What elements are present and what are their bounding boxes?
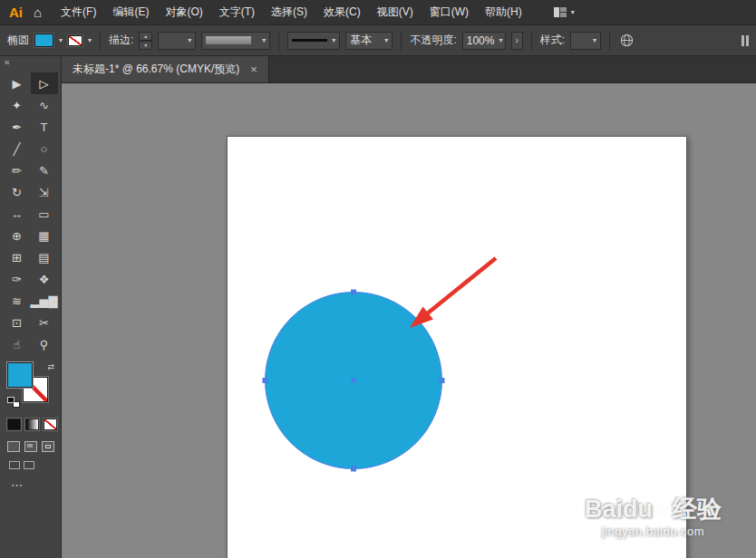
swap-fill-stroke-icon[interactable]: ⇄	[47, 362, 54, 371]
eyedropper-tool[interactable]: ✑	[4, 268, 31, 290]
screen-mode-button[interactable]	[9, 461, 61, 469]
fill-stroke-widget: ⇄	[7, 362, 54, 408]
tool-icon: ▶	[13, 78, 22, 90]
pencil-tool[interactable]: ✎	[31, 159, 58, 181]
stroke-weight-select[interactable]: ▾	[158, 32, 196, 50]
close-tab-icon[interactable]: ×	[250, 63, 257, 76]
document-setup-globe-icon[interactable]	[620, 34, 634, 47]
column-graph-tool[interactable]: ▂▅▇	[31, 290, 58, 312]
rotate-tool[interactable]: ↻	[4, 181, 31, 203]
brush-definition-select[interactable]: 基本 ▾	[345, 32, 393, 50]
menu-items: 文件(F) 编辑(E) 对象(O) 文字(T) 选择(S) 效果(C) 视图(V…	[53, 0, 530, 24]
menu-item[interactable]: 选择(S)	[263, 0, 315, 24]
brush-definition-value: 基本	[350, 33, 372, 48]
scale-tool[interactable]: ⇲	[31, 181, 58, 203]
app-logo[interactable]: Ai	[7, 5, 28, 20]
free-transform-tool[interactable]: ▭	[31, 203, 58, 225]
artboard-tool[interactable]: ⊡	[4, 312, 31, 333]
collapse-panel-icon[interactable]: «	[0, 56, 61, 70]
menu-item[interactable]: 文字(T)	[211, 0, 263, 24]
separator	[278, 31, 279, 51]
gradient-tool[interactable]: ▤	[31, 246, 58, 268]
color-button[interactable]	[7, 418, 21, 430]
type-tool[interactable]: T	[31, 116, 58, 138]
tool-icon: ↻	[12, 187, 22, 198]
fill-chevron-icon[interactable]: ▾	[59, 37, 63, 44]
anchor-point-right[interactable]	[440, 378, 445, 383]
lasso-tool[interactable]: ∿	[31, 94, 58, 116]
stepper-down-icon[interactable]: ▾	[139, 41, 152, 50]
direct-selection-tool[interactable]: ▷	[31, 72, 58, 94]
tool-icon: ✒	[12, 121, 22, 133]
stroke-style-preview	[292, 39, 327, 42]
hand-tool[interactable]: ☝	[4, 333, 31, 355]
workspace-icon	[554, 7, 567, 17]
canvas[interactable]: Baidu 经验	[62, 83, 756, 558]
style-select[interactable]: ▾	[570, 32, 601, 50]
tool-icon: ≋	[12, 295, 22, 307]
zoom-tool[interactable]: ⚲	[31, 333, 58, 355]
width-profile-preview	[206, 36, 251, 44]
menu-item[interactable]: 文件(F)	[53, 0, 104, 24]
fill-color-swatch[interactable]	[34, 34, 53, 47]
opacity-select[interactable]: 100% ▾	[462, 32, 506, 50]
panel-dock-toggle-icon[interactable]	[741, 35, 749, 46]
tool-icon: ✏	[12, 165, 22, 177]
separator	[401, 31, 402, 51]
separator	[609, 31, 610, 51]
draw-normal-button[interactable]	[7, 441, 20, 452]
menu-bar: Ai ⌂ 文件(F) 编辑(E) 对象(O) 文字(T) 选择(S) 效果(C)…	[0, 0, 756, 25]
stepper-up-icon[interactable]: ▴	[139, 32, 152, 41]
anchor-point-top[interactable]	[351, 290, 356, 295]
toolbar-overflow-icon[interactable]: ⋯	[11, 478, 61, 492]
ellipse-tool[interactable]: ○	[31, 138, 58, 159]
draw-behind-button[interactable]	[24, 441, 37, 452]
document-tab[interactable]: 未标题-1* @ 66.67% (CMYK/预览) ×	[62, 56, 269, 82]
menu-item[interactable]: 效果(C)	[315, 0, 369, 24]
document-tab-bar: 未标题-1* @ 66.67% (CMYK/预览) ×	[62, 56, 756, 83]
tool-icon: ⚲	[40, 339, 49, 351]
home-icon[interactable]: ⌂	[28, 5, 53, 20]
tool-grid: ▶ ▷ ✦ ∿ ✒	[0, 70, 61, 355]
workspace-switcher[interactable]: ▾	[554, 7, 575, 17]
chevron-down-icon: ▾	[332, 37, 335, 44]
blend-tool[interactable]: ❖	[31, 268, 58, 290]
stroke-weight-label: 描边:	[109, 33, 133, 48]
menu-item[interactable]: 窗口(W)	[422, 0, 477, 24]
tool-icon: ▂▅▇	[31, 295, 58, 307]
draw-inside-button[interactable]	[42, 441, 54, 452]
anchor-point-bottom[interactable]	[351, 467, 356, 472]
line-tool[interactable]: ╱	[4, 138, 31, 159]
default-fill-stroke-icon[interactable]	[7, 397, 20, 408]
pen-tool[interactable]: ✒	[4, 116, 31, 138]
opacity-panel-button[interactable]: ›	[511, 32, 523, 50]
stroke-style-select[interactable]: ▾	[287, 32, 340, 50]
tool-icon: ⊕	[12, 230, 22, 242]
paintbrush-tool[interactable]: ✏	[4, 159, 31, 181]
watermark-suffix: 经验	[673, 496, 722, 522]
stroke-color-swatch[interactable]	[68, 35, 82, 46]
menu-item[interactable]: 帮助(H)	[477, 0, 530, 24]
perspective-grid-tool[interactable]: ▦	[31, 225, 58, 246]
fill-swatch[interactable]	[7, 362, 33, 388]
selection-tool[interactable]: ▶	[4, 72, 31, 94]
shape-builder-tool[interactable]: ⊕	[4, 225, 31, 246]
tool-icon: ↔	[11, 208, 23, 220]
mesh-tool[interactable]: ⊞	[4, 246, 31, 268]
stroke-chevron-icon[interactable]: ▾	[88, 37, 92, 44]
separator	[531, 31, 532, 51]
center-point[interactable]	[352, 379, 356, 383]
magic-wand-tool[interactable]: ✦	[4, 94, 31, 116]
width-tool[interactable]: ↔	[4, 203, 31, 225]
menu-item[interactable]: 对象(O)	[157, 0, 210, 24]
symbol-sprayer-tool[interactable]: ≋	[4, 290, 31, 312]
none-button[interactable]	[44, 418, 57, 430]
tool-icon: ▦	[38, 230, 49, 242]
width-profile-select[interactable]: ▾	[201, 32, 270, 50]
menu-item[interactable]: 编辑(E)	[104, 0, 157, 24]
slice-tool[interactable]: ✂	[31, 312, 58, 333]
stroke-weight-stepper[interactable]: ▴ ▾	[139, 32, 152, 50]
anchor-point-left[interactable]	[263, 378, 268, 383]
menu-item[interactable]: 视图(V)	[369, 0, 422, 24]
gradient-button[interactable]	[25, 418, 39, 430]
